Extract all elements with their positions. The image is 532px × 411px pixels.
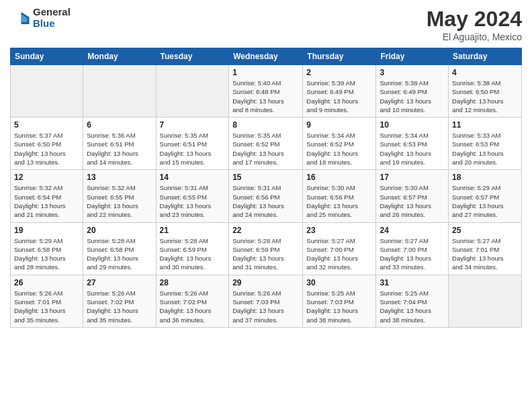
day-number: 10 xyxy=(380,120,445,130)
calendar-cell: 2Sunrise: 5:39 AM Sunset: 6:49 PM Daylig… xyxy=(303,65,376,118)
day-number: 24 xyxy=(380,226,445,235)
day-number: 7 xyxy=(160,120,226,130)
day-info: Sunrise: 5:26 AM Sunset: 7:02 PM Dayligh… xyxy=(87,289,152,324)
calendar-cell: 25Sunrise: 5:27 AM Sunset: 7:01 PM Dayli… xyxy=(449,222,522,275)
col-header-friday: Friday xyxy=(376,48,449,65)
day-info: Sunrise: 5:34 AM Sunset: 6:52 PM Dayligh… xyxy=(306,131,372,167)
calendar-cell: 29Sunrise: 5:26 AM Sunset: 7:03 PM Dayli… xyxy=(229,275,303,327)
day-info: Sunrise: 5:27 AM Sunset: 7:00 PM Dayligh… xyxy=(380,236,445,272)
day-number: 31 xyxy=(380,278,445,287)
calendar-cell: 19Sunrise: 5:29 AM Sunset: 6:58 PM Dayli… xyxy=(11,222,83,275)
day-info: Sunrise: 5:27 AM Sunset: 7:00 PM Dayligh… xyxy=(306,236,372,272)
day-info: Sunrise: 5:31 AM Sunset: 6:56 PM Dayligh… xyxy=(232,183,299,219)
day-info: Sunrise: 5:38 AM Sunset: 6:50 PM Dayligh… xyxy=(452,79,518,114)
day-info: Sunrise: 5:26 AM Sunset: 7:01 PM Dayligh… xyxy=(14,289,79,324)
calendar-table: SundayMondayTuesdayWednesdayThursdayFrid… xyxy=(10,48,522,328)
day-number: 13 xyxy=(87,173,152,182)
calendar-cell: 8Sunrise: 5:35 AM Sunset: 6:52 PM Daylig… xyxy=(229,118,303,170)
day-number: 2 xyxy=(306,68,372,77)
calendar-cell xyxy=(11,65,83,118)
calendar-cell: 6Sunrise: 5:36 AM Sunset: 6:51 PM Daylig… xyxy=(83,118,156,170)
day-number: 3 xyxy=(380,68,445,77)
day-info: Sunrise: 5:28 AM Sunset: 6:59 PM Dayligh… xyxy=(160,236,226,272)
col-header-saturday: Saturday xyxy=(449,48,522,65)
day-number: 16 xyxy=(306,173,372,182)
day-number: 21 xyxy=(160,226,226,235)
day-info: Sunrise: 5:31 AM Sunset: 6:55 PM Dayligh… xyxy=(160,183,226,219)
calendar-cell: 21Sunrise: 5:28 AM Sunset: 6:59 PM Dayli… xyxy=(156,222,229,275)
week-row: 1Sunrise: 5:40 AM Sunset: 6:48 PM Daylig… xyxy=(11,65,522,118)
day-number: 23 xyxy=(306,226,372,235)
day-number: 12 xyxy=(14,173,79,182)
location: El Aguajito, Mexico xyxy=(427,32,522,42)
calendar-cell xyxy=(449,275,522,327)
col-header-sunday: Sunday xyxy=(11,48,83,65)
calendar-cell: 30Sunrise: 5:25 AM Sunset: 7:03 PM Dayli… xyxy=(303,275,376,327)
day-number: 18 xyxy=(452,173,518,182)
day-number: 1 xyxy=(232,68,299,77)
day-info: Sunrise: 5:28 AM Sunset: 6:59 PM Dayligh… xyxy=(232,236,299,272)
day-number: 30 xyxy=(306,278,372,287)
day-number: 25 xyxy=(452,226,518,235)
month-year: May 2024 xyxy=(427,7,522,32)
calendar-cell: 14Sunrise: 5:31 AM Sunset: 6:55 PM Dayli… xyxy=(156,170,229,222)
day-number: 19 xyxy=(14,226,79,235)
day-info: Sunrise: 5:35 AM Sunset: 6:51 PM Dayligh… xyxy=(160,131,226,167)
day-info: Sunrise: 5:30 AM Sunset: 6:56 PM Dayligh… xyxy=(306,183,372,219)
day-info: Sunrise: 5:33 AM Sunset: 6:53 PM Dayligh… xyxy=(452,131,518,167)
day-number: 6 xyxy=(87,120,152,130)
day-number: 22 xyxy=(232,226,299,235)
day-number: 5 xyxy=(14,120,79,130)
calendar-cell: 28Sunrise: 5:26 AM Sunset: 7:02 PM Dayli… xyxy=(156,275,229,327)
calendar-cell: 20Sunrise: 5:28 AM Sunset: 6:58 PM Dayli… xyxy=(83,222,156,275)
col-header-tuesday: Tuesday xyxy=(156,48,229,65)
day-info: Sunrise: 5:26 AM Sunset: 7:03 PM Dayligh… xyxy=(232,289,299,324)
calendar-cell: 4Sunrise: 5:38 AM Sunset: 6:50 PM Daylig… xyxy=(449,65,522,118)
calendar-cell: 27Sunrise: 5:26 AM Sunset: 7:02 PM Dayli… xyxy=(83,275,156,327)
calendar-cell xyxy=(156,65,229,118)
calendar-cell: 26Sunrise: 5:26 AM Sunset: 7:01 PM Dayli… xyxy=(11,275,83,327)
day-number: 8 xyxy=(232,120,299,130)
day-number: 29 xyxy=(232,278,299,287)
day-info: Sunrise: 5:35 AM Sunset: 6:52 PM Dayligh… xyxy=(232,131,299,167)
week-row: 12Sunrise: 5:32 AM Sunset: 6:54 PM Dayli… xyxy=(11,170,522,222)
day-info: Sunrise: 5:32 AM Sunset: 6:54 PM Dayligh… xyxy=(14,183,79,219)
col-header-wednesday: Wednesday xyxy=(229,48,303,65)
calendar-cell: 15Sunrise: 5:31 AM Sunset: 6:56 PM Dayli… xyxy=(229,170,303,222)
day-number: 4 xyxy=(452,68,518,77)
week-row: 26Sunrise: 5:26 AM Sunset: 7:01 PM Dayli… xyxy=(11,275,522,327)
header-section: General Blue May 2024 El Aguajito, Mexic… xyxy=(10,7,522,42)
logo: General Blue xyxy=(10,7,71,29)
day-info: Sunrise: 5:29 AM Sunset: 6:58 PM Dayligh… xyxy=(14,236,79,272)
calendar-cell: 1Sunrise: 5:40 AM Sunset: 6:48 PM Daylig… xyxy=(229,65,303,118)
calendar-cell: 3Sunrise: 5:38 AM Sunset: 6:49 PM Daylig… xyxy=(376,65,449,118)
calendar-cell: 9Sunrise: 5:34 AM Sunset: 6:52 PM Daylig… xyxy=(303,118,376,170)
logo-general: General xyxy=(33,7,71,18)
calendar-cell: 7Sunrise: 5:35 AM Sunset: 6:51 PM Daylig… xyxy=(156,118,229,170)
day-info: Sunrise: 5:26 AM Sunset: 7:02 PM Dayligh… xyxy=(160,289,226,324)
day-info: Sunrise: 5:32 AM Sunset: 6:55 PM Dayligh… xyxy=(87,183,152,219)
day-info: Sunrise: 5:34 AM Sunset: 6:53 PM Dayligh… xyxy=(380,131,445,167)
calendar-cell: 22Sunrise: 5:28 AM Sunset: 6:59 PM Dayli… xyxy=(229,222,303,275)
calendar-cell: 18Sunrise: 5:29 AM Sunset: 6:57 PM Dayli… xyxy=(449,170,522,222)
day-number: 9 xyxy=(306,120,372,130)
calendar-cell: 10Sunrise: 5:34 AM Sunset: 6:53 PM Dayli… xyxy=(376,118,449,170)
day-number: 17 xyxy=(380,173,445,182)
day-info: Sunrise: 5:37 AM Sunset: 6:50 PM Dayligh… xyxy=(14,131,79,167)
day-info: Sunrise: 5:36 AM Sunset: 6:51 PM Dayligh… xyxy=(87,131,152,167)
day-info: Sunrise: 5:29 AM Sunset: 6:57 PM Dayligh… xyxy=(452,183,518,219)
day-info: Sunrise: 5:27 AM Sunset: 7:01 PM Dayligh… xyxy=(452,236,518,272)
logo-icon xyxy=(10,8,30,28)
calendar-cell: 23Sunrise: 5:27 AM Sunset: 7:00 PM Dayli… xyxy=(303,222,376,275)
day-info: Sunrise: 5:25 AM Sunset: 7:03 PM Dayligh… xyxy=(306,289,372,324)
day-number: 11 xyxy=(452,120,518,130)
logo-blue: Blue xyxy=(33,18,71,30)
day-info: Sunrise: 5:25 AM Sunset: 7:04 PM Dayligh… xyxy=(380,289,445,324)
calendar-cell: 12Sunrise: 5:32 AM Sunset: 6:54 PM Dayli… xyxy=(11,170,83,222)
calendar-cell: 24Sunrise: 5:27 AM Sunset: 7:00 PM Dayli… xyxy=(376,222,449,275)
day-number: 15 xyxy=(232,173,299,182)
day-info: Sunrise: 5:39 AM Sunset: 6:49 PM Dayligh… xyxy=(306,79,372,114)
calendar-cell: 31Sunrise: 5:25 AM Sunset: 7:04 PM Dayli… xyxy=(376,275,449,327)
day-info: Sunrise: 5:28 AM Sunset: 6:58 PM Dayligh… xyxy=(87,236,152,272)
day-number: 20 xyxy=(87,226,152,235)
